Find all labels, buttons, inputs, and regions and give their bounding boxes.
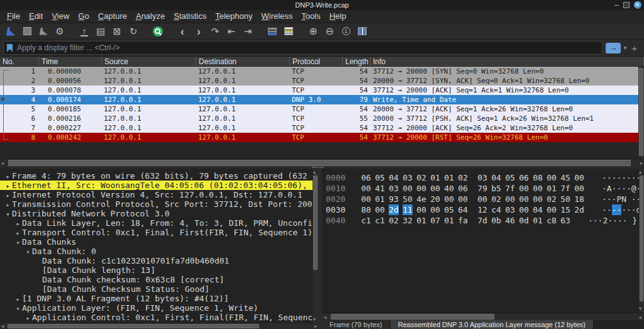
hex-byte[interactable]: 05 <box>444 204 454 215</box>
hex-byte[interactable]: 02 <box>458 172 468 183</box>
hex-byte[interactable]: 00 <box>574 172 584 183</box>
expander-collapsed-icon[interactable]: ▸ <box>4 172 12 181</box>
detail-line[interactable]: ▾Application Layer: (FIR, FIN, Sequence … <box>0 303 318 313</box>
hex-byte[interactable]: 00 <box>430 183 440 194</box>
menu-item-file[interactable]: File <box>3 10 25 23</box>
hex-byte[interactable]: 06 <box>361 172 371 183</box>
scroll-thumb[interactable] <box>8 324 259 328</box>
detail-line[interactable]: ▾Distributed Network Protocol 3.0 <box>0 209 318 218</box>
capture-options-icon[interactable]: ⚙ <box>52 25 68 38</box>
hex-byte[interactable]: 00 <box>533 183 543 194</box>
detail-line[interactable]: Data Chunk: c1c10232010701fa7d0b460d01 <box>0 256 318 265</box>
scroll-thumb[interactable] <box>640 176 643 301</box>
hex-byte[interactable]: 15 <box>560 204 570 215</box>
column-header-info[interactable]: Info <box>370 57 644 66</box>
hex-byte[interactable]: 00 <box>519 204 529 215</box>
hex-byte[interactable]: 00 <box>361 194 371 204</box>
zoom-out-icon[interactable]: ⊖ <box>321 25 338 38</box>
scroll-left-icon[interactable]: ◂ <box>1 323 4 329</box>
hex-byte[interactable]: 03 <box>505 204 515 215</box>
hex-byte[interactable]: 01 <box>444 172 454 183</box>
hex-row[interactable]: 0020000193504e2000000002000000025018···P… <box>326 194 644 204</box>
hex-byte[interactable]: 00 <box>547 172 557 183</box>
hex-byte[interactable]: 93 <box>389 194 399 204</box>
scroll-down-icon[interactable]: ▾ <box>639 306 641 312</box>
menu-item-go[interactable]: Go <box>74 10 93 23</box>
detail-line[interactable]: ▾Data Chunks <box>0 237 318 247</box>
hex-byte[interactable]: 4e <box>416 194 426 204</box>
display-filter-field[interactable] <box>3 41 602 55</box>
hex-byte[interactable]: 0b <box>491 215 501 226</box>
find-packet-icon[interactable] <box>150 25 166 38</box>
hex-byte[interactable]: 06 <box>519 172 529 183</box>
hex-byte[interactable]: 01 <box>375 194 385 204</box>
hex-row[interactable]: 000006050403020101020304050608004500····… <box>326 172 644 183</box>
hex-byte[interactable]: 00 <box>505 194 515 204</box>
expander-collapsed-icon[interactable]: ▸ <box>4 191 12 200</box>
expander-collapsed-icon[interactable]: ▸ <box>4 181 12 191</box>
detail-line[interactable]: ▸Frame 4: 79 bytes on wire (632 bits), 7… <box>0 171 318 181</box>
hex-byte[interactable]: 7d <box>477 215 487 226</box>
go-to-packet-icon[interactable]: ↷ <box>207 25 223 38</box>
scroll-thumb[interactable] <box>313 176 318 270</box>
hex-byte[interactable]: 00 <box>416 204 426 215</box>
hex-row[interactable]: 003080002d110000056412c403000400152d··-·… <box>326 204 644 215</box>
resize-columns-icon[interactable] <box>354 25 370 38</box>
hex-byte[interactable]: 00 <box>430 204 440 215</box>
scroll-thumb[interactable] <box>639 68 643 156</box>
hex-row[interactable]: 0040c1c10232010701fa7d0b460d01c863···2··… <box>326 215 644 226</box>
detail-line[interactable]: ▸Application Control: 0xc1, First, Final… <box>0 313 318 322</box>
open-file-icon[interactable]: ↑ <box>76 25 92 38</box>
detail-line[interactable]: ▸Ethernet II, Src: WoonsangTele_04:05:06… <box>0 181 318 190</box>
expander-expanded-icon[interactable]: ▾ <box>24 247 32 257</box>
menu-item-statistics[interactable]: Statistics <box>169 10 211 23</box>
hex-byte[interactable]: 2d <box>574 204 584 215</box>
detail-line[interactable]: ▾Data Chunk: 0 <box>0 247 318 256</box>
hex-byte[interactable]: 00 <box>444 194 454 204</box>
hex-byte[interactable]: 01 <box>547 183 557 194</box>
filter-dropdown-caret-icon[interactable]: ▾ <box>624 45 627 51</box>
hex-byte[interactable]: c4 <box>491 204 501 215</box>
hex-byte[interactable]: 11 <box>402 204 413 215</box>
expander-expanded-icon[interactable]: ▾ <box>14 238 22 247</box>
hex-byte[interactable]: 63 <box>560 215 570 226</box>
restart-capture-icon[interactable] <box>35 25 52 38</box>
hex-byte[interactable]: 80 <box>361 204 371 215</box>
detail-line[interactable]: [Data Chunk Checksum Status: Good] <box>0 284 318 294</box>
hex-byte[interactable]: 50 <box>560 194 570 204</box>
hex-byte[interactable]: c8 <box>547 215 557 226</box>
hex-byte[interactable]: 00 <box>477 194 487 204</box>
menu-item-analyze[interactable]: Analyze <box>131 10 169 23</box>
column-header-destination[interactable]: Destination <box>196 57 290 66</box>
packet-row[interactable]: 50.000185127.0.0.1127.0.0.1TCP5420000 → … <box>0 104 644 114</box>
detail-line[interactable]: ▸[1 DNP 3.0 AL Fragment (12 bytes): #4(1… <box>0 294 318 303</box>
hex-byte[interactable]: 00 <box>547 204 557 215</box>
hex-byte[interactable]: 06 <box>458 183 468 194</box>
packet-row[interactable]: 70.000227127.0.0.1127.0.0.1TCP5437712 → … <box>0 123 644 133</box>
hex-row[interactable]: 0010004103000000400679b57f0000017f00·A··… <box>326 183 644 194</box>
expander-collapsed-icon[interactable]: ▸ <box>4 200 12 209</box>
packet-list-vscrollbar[interactable] <box>638 67 644 159</box>
scroll-right-icon[interactable]: ▸ <box>314 323 317 329</box>
display-filter-input[interactable] <box>16 43 599 53</box>
column-header-protocol[interactable]: Protocol <box>290 57 343 66</box>
go-forward-icon[interactable]: › <box>191 25 207 38</box>
hex-byte[interactable]: 79 <box>477 183 487 194</box>
go-last-icon[interactable]: ⇥ <box>240 25 256 38</box>
menu-item-wireless[interactable]: Wireless <box>257 10 297 23</box>
menu-item-telephony[interactable]: Telephony <box>211 10 257 23</box>
scroll-thumb[interactable] <box>8 160 631 166</box>
save-file-icon[interactable]: ▤ <box>92 25 109 38</box>
byte-view-tab[interactable]: Reassembled DNP 3.0 Application Layer me… <box>391 320 594 329</box>
expander-collapsed-icon[interactable]: ▸ <box>14 228 22 238</box>
detail-line[interactable]: ▸Transmission Control Protocol, Src Port… <box>0 199 318 209</box>
hex-byte[interactable]: 45 <box>560 172 570 183</box>
stop-capture-icon[interactable] <box>19 25 35 38</box>
apply-filter-button[interactable]: → <box>606 43 621 53</box>
hex-byte[interactable]: 2d <box>389 204 399 215</box>
hex-byte[interactable]: 02 <box>389 215 399 226</box>
packet-list-header[interactable]: No.TimeSourceDestinationProtocolLengthIn… <box>0 57 644 67</box>
zoom-in-icon[interactable]: ⊕ <box>305 25 321 38</box>
hex-byte[interactable]: 02 <box>547 194 557 204</box>
splitter-grip[interactable] <box>312 167 323 168</box>
